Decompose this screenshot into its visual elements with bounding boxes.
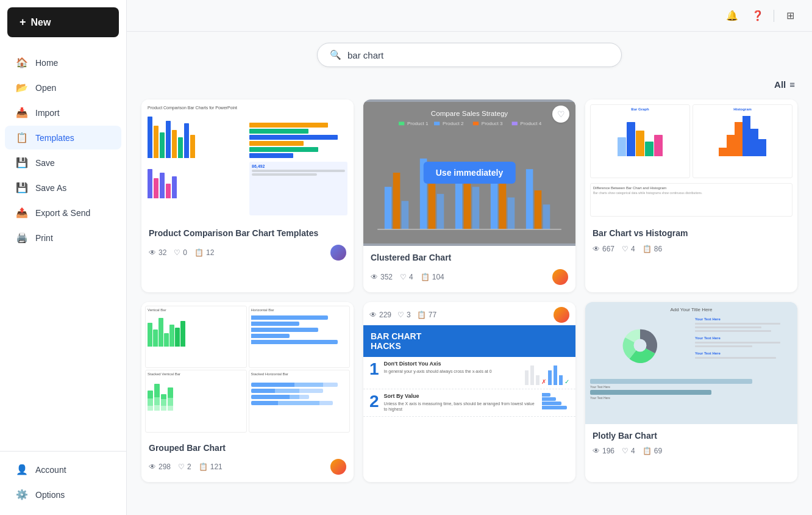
- card-title-plotly-bar: Plotly Bar Chart: [593, 430, 790, 442]
- svg-rect-6: [473, 121, 479, 125]
- search-box: 🔍: [317, 43, 622, 67]
- card-thumb-bar-hacks: BAR CHARTHACKS 1 Don't Distort You Axis …: [363, 325, 575, 466]
- card-thumb-bar-histogram: Bar Graph Histogram: [585, 99, 797, 221]
- templates-icon: 📋: [16, 132, 28, 143]
- copy-icon: 📋: [194, 248, 204, 257]
- svg-rect-18: [472, 187, 480, 229]
- svg-rect-2: [399, 121, 404, 125]
- filter-button[interactable]: All ≡: [774, 79, 795, 90]
- print-icon: 🖨️: [16, 232, 28, 243]
- template-card-clustered-bar: Compare Sales Strategy Product 1 Product…: [363, 99, 575, 292]
- svg-point-27: [634, 339, 647, 352]
- options-icon: ⚙️: [16, 489, 28, 500]
- sidebar-item-account[interactable]: 👤 Account: [5, 458, 121, 481]
- new-button[interactable]: + New: [7, 7, 119, 37]
- likes-bar-hacks-top: ♡ 3: [397, 311, 411, 319]
- card-title-bar-histogram: Bar Chart vs Histogram: [593, 228, 790, 240]
- card-body-bar-histogram: Bar Chart vs Histogram 👁 667 ♡ 4 📋 86: [585, 221, 797, 261]
- likes-grouped-bar: ♡ 2: [178, 463, 191, 471]
- sidebar-item-templates[interactable]: 📋 Templates: [5, 126, 121, 149]
- card-thumb-plotly-bar: Add Your Title Here: [585, 302, 797, 424]
- svg-rect-20: [499, 183, 507, 229]
- card-meta-plotly-bar: 👁 196 ♡ 4 📋 69: [593, 447, 790, 455]
- sidebar-label-options: Options: [35, 490, 65, 500]
- avatar-bar-hacks: [554, 307, 569, 323]
- sidebar-bottom: 👤 Account ⚙️ Options: [0, 451, 126, 515]
- template-card-grouped-bar: Vertical Bar Horizontal Bar: [141, 302, 354, 483]
- svg-text:Product 4: Product 4: [521, 121, 542, 126]
- save-icon: 💾: [16, 157, 28, 168]
- template-card-bar-histogram: Bar Graph Histogram: [585, 99, 797, 292]
- eye-icon: 👁: [371, 273, 378, 281]
- sidebar-item-open[interactable]: 📂 Open: [5, 76, 121, 99]
- svg-text:Compare Sales Strategy: Compare Sales Strategy: [431, 109, 508, 117]
- filter-label: All: [774, 79, 786, 90]
- card-meta-product-comparison: 👁 32 ♡ 0 📋 12: [149, 245, 346, 261]
- sidebar-item-print[interactable]: 🖨️ Print: [5, 226, 121, 250]
- sidebar-label-export: Export & Send: [35, 208, 90, 218]
- card-body-product-comparison: Product Comparison Bar Chart Templates 👁…: [141, 221, 354, 268]
- account-icon: 👤: [16, 464, 28, 475]
- eye-icon: 👁: [149, 463, 156, 471]
- open-icon: 📂: [16, 82, 28, 93]
- sidebar-label-account: Account: [35, 465, 66, 475]
- template-card-plotly-bar: Add Your Title Here: [585, 302, 797, 483]
- avatar-clustered: [552, 269, 568, 285]
- sidebar-item-import[interactable]: 📥 Import: [5, 101, 121, 124]
- card-thumb-grouped-bar: Vertical Bar Horizontal Bar: [141, 302, 354, 436]
- new-label: New: [31, 17, 51, 28]
- heart-button-clustered[interactable]: ♡: [552, 106, 569, 123]
- sidebar-item-save[interactable]: 💾 Save: [5, 151, 121, 175]
- filter-bar: All ≡: [141, 79, 797, 90]
- help-icon[interactable]: ❓: [748, 6, 767, 26]
- eye-icon: 👁: [149, 248, 156, 257]
- home-icon: 🏠: [16, 57, 28, 68]
- save-as-icon: 💾: [16, 182, 28, 193]
- use-immediately-button[interactable]: Use immediately: [424, 162, 516, 184]
- heart-icon: ♡: [400, 273, 407, 281]
- copies-grouped-bar: 📋 121: [199, 463, 223, 471]
- card-title-product-comparison: Product Comparison Bar Chart Templates: [149, 228, 346, 240]
- eye-icon: 👁: [593, 447, 600, 455]
- sidebar-item-export[interactable]: 📤 Export & Send: [5, 201, 121, 225]
- sidebar-item-save-as[interactable]: 💾 Save As: [5, 176, 121, 200]
- sidebar-item-options[interactable]: ⚙️ Options: [5, 483, 121, 506]
- sidebar-label-print: Print: [35, 233, 53, 243]
- card-meta-grouped-bar: 👁 298 ♡ 2 📋 121: [149, 459, 346, 475]
- likes-bar-histogram: ♡ 4: [622, 245, 635, 253]
- card-title-grouped-bar: Grouped Bar Chart: [149, 442, 346, 455]
- sidebar-item-home[interactable]: 🏠 Home: [5, 51, 121, 74]
- search-area: 🔍: [141, 43, 797, 67]
- notification-icon[interactable]: 🔔: [722, 6, 742, 26]
- eye-icon: 👁: [369, 311, 377, 319]
- copy-icon: 📋: [643, 245, 652, 253]
- eye-icon: 👁: [593, 245, 600, 253]
- copies-product-comparison: 📋 12: [194, 248, 214, 257]
- views-grouped-bar: 👁 298: [149, 463, 171, 471]
- card-thumb-clustered-bar: Compare Sales Strategy Product 1 Product…: [363, 99, 575, 246]
- likes-product-comparison: ♡ 0: [174, 248, 187, 257]
- card-title-clustered: Clustered Bar Chart: [371, 252, 568, 264]
- svg-text:Product 3: Product 3: [482, 121, 503, 126]
- svg-rect-12: [402, 201, 409, 229]
- card-body-plotly-bar: Plotly Bar Chart 👁 196 ♡ 4 📋 69: [585, 424, 797, 463]
- heart-icon: ♡: [397, 311, 404, 319]
- views-plotly-bar: 👁 196: [593, 447, 614, 455]
- svg-rect-10: [385, 187, 392, 229]
- card-meta-clustered: 👁 352 ♡ 4 📋 104: [371, 269, 568, 285]
- card-body-clustered: Clustered Bar Chart 👁 352 ♡ 4 📋 104: [363, 246, 575, 292]
- sidebar-label-import: Import: [35, 108, 60, 118]
- copies-clustered: 📋 104: [421, 273, 444, 281]
- svg-rect-23: [535, 190, 542, 229]
- svg-rect-14: [429, 180, 436, 229]
- svg-rect-24: [543, 204, 550, 229]
- copy-icon: 📋: [417, 311, 426, 319]
- search-input[interactable]: [347, 50, 609, 60]
- grid-icon[interactable]: ⊞: [780, 6, 800, 26]
- views-bar-hacks-top: 👁 229: [369, 311, 391, 319]
- sidebar-nav: 🏠 Home 📂 Open 📥 Import 📋 Templates 💾 Sav…: [0, 45, 126, 451]
- sidebar-label-home: Home: [35, 58, 58, 68]
- template-grid: Product Comparison Bar Charts for PowerP…: [141, 99, 797, 482]
- sidebar: + New 🏠 Home 📂 Open 📥 Import 📋 Templates…: [0, 0, 127, 515]
- import-icon: 📥: [16, 107, 28, 118]
